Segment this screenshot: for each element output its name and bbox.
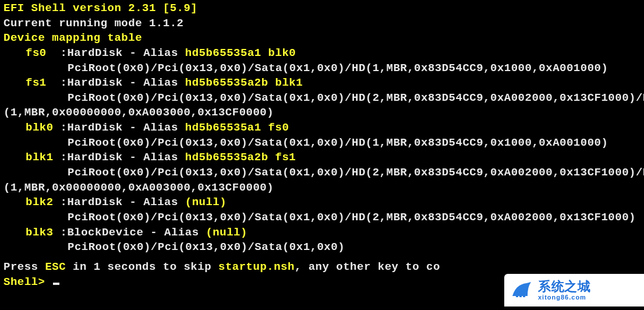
device-path-cont: (1,MBR,0x00000000,0xA003000,0x13CF0000) bbox=[3, 105, 641, 121]
device-path-cont: (1,MBR,0x00000000,0xA003000,0x13CF0000) bbox=[3, 181, 641, 196]
device-alias: hd5b65535a2b blk1 bbox=[185, 76, 303, 89]
press-esc-line: Press ESC in 1 seconds to skip startup.n… bbox=[3, 260, 641, 275]
device-type: :HardDisk - Alias bbox=[61, 121, 185, 134]
device-path-blk0: PciRoot(0x0)/Pci(0x13,0x0)/Sata(0x1,0x0)… bbox=[3, 136, 641, 151]
device-entry-fs0: fs0 :HardDisk - Alias hd5b65535a1 blk0 bbox=[3, 46, 641, 61]
device-id: blk3 bbox=[26, 226, 54, 239]
device-path-fs1: PciRoot(0x0)/Pci(0x13,0x0)/Sata(0x1,0x0)… bbox=[3, 91, 641, 106]
device-id: blk2 bbox=[26, 196, 54, 209]
device-entry-blk0: blk0 :HardDisk - Alias hd5b65535a1 fs0 bbox=[3, 121, 641, 136]
device-alias: (null) bbox=[206, 226, 247, 239]
watermark-logo-icon bbox=[510, 279, 533, 302]
device-alias: hd5b65535a1 fs0 bbox=[185, 121, 289, 134]
watermark-brand: 系统之城 bbox=[538, 280, 590, 294]
cursor-icon bbox=[53, 283, 59, 285]
device-type: :HardDisk - Alias bbox=[61, 196, 185, 209]
device-id: fs1 bbox=[26, 76, 47, 89]
device-id: fs0 bbox=[26, 47, 47, 59]
device-type: :HardDisk - Alias bbox=[61, 151, 185, 164]
watermark-text: 系统之城 xitong86.com bbox=[538, 280, 590, 301]
device-entry-blk2: blk2 :HardDisk - Alias (null) bbox=[3, 195, 641, 210]
device-entry-blk1: blk1 :HardDisk - Alias hd5b65535a2b fs1 bbox=[3, 150, 641, 165]
device-path-blk3: PciRoot(0x0)/Pci(0x13,0x0)/Sata(0x1,0x0) bbox=[3, 240, 641, 255]
device-id: blk1 bbox=[26, 151, 54, 164]
svg-rect-2 bbox=[523, 291, 525, 297]
device-path-blk1: PciRoot(0x0)/Pci(0x13,0x0)/Sata(0x1,0x0)… bbox=[3, 165, 641, 181]
device-path-blk2: PciRoot(0x0)/Pci(0x13,0x0)/Sata(0x1,0x0)… bbox=[3, 210, 641, 226]
device-alias: hd5b65535a1 blk0 bbox=[185, 47, 296, 59]
svg-rect-1 bbox=[519, 288, 522, 297]
efi-shell-screen: EFI Shell version 2.31 [5.9] Current run… bbox=[0, 0, 644, 310]
svg-rect-0 bbox=[516, 290, 518, 297]
shell-version: EFI Shell version 2.31 [5.9] bbox=[3, 1, 641, 16]
blank-line bbox=[3, 255, 641, 260]
device-type: :HardDisk - Alias bbox=[61, 47, 185, 59]
device-path-fs0: PciRoot(0x0)/Pci(0x13,0x0)/Sata(0x1,0x0)… bbox=[3, 61, 641, 76]
device-alias: hd5b65535a2b fs1 bbox=[185, 151, 296, 164]
device-type: :BlockDevice - Alias bbox=[61, 226, 206, 239]
running-mode: Current running mode 1.1.2 bbox=[3, 16, 641, 31]
device-alias: (null) bbox=[185, 196, 227, 209]
device-type: :HardDisk - Alias bbox=[61, 76, 185, 89]
watermark-badge: 系统之城 xitong86.com bbox=[504, 274, 644, 307]
device-id: blk0 bbox=[26, 121, 54, 134]
device-entry-fs1: fs1 :HardDisk - Alias hd5b65535a2b blk1 bbox=[3, 76, 641, 91]
mapping-table-heading: Device mapping table bbox=[3, 31, 641, 46]
watermark-url: xitong86.com bbox=[538, 294, 590, 301]
device-entry-blk3: blk3 :BlockDevice - Alias (null) bbox=[3, 226, 641, 241]
